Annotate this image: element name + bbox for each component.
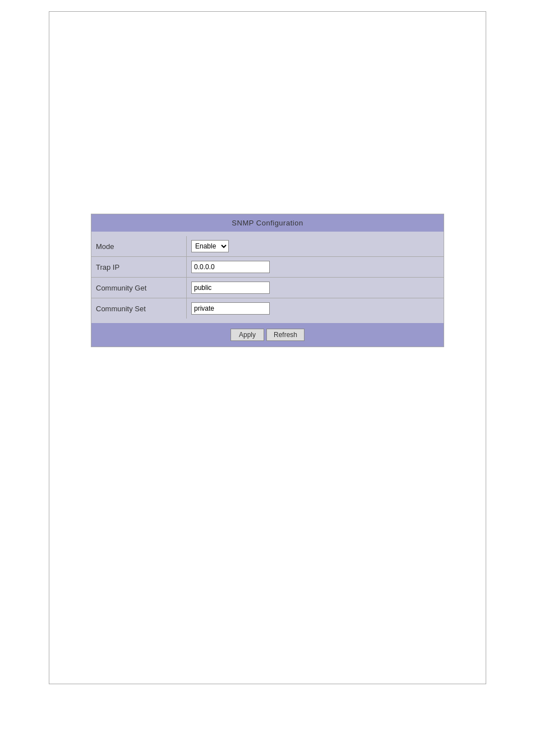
page-wrapper: SNMP Configuration Mode Enable Disable T… — [0, 0, 535, 756]
community-set-row: Community Set — [91, 298, 444, 319]
mode-select[interactable]: Enable Disable — [191, 240, 229, 252]
trap-ip-field — [187, 259, 444, 275]
community-get-label: Community Get — [91, 278, 187, 298]
panel-title: SNMP Configuration — [91, 214, 444, 232]
community-set-label: Community Set — [91, 298, 187, 319]
snmp-form: Mode Enable Disable Trap IP — [91, 232, 444, 323]
refresh-button[interactable]: Refresh — [266, 329, 305, 341]
page-border: SNMP Configuration Mode Enable Disable T… — [49, 11, 486, 684]
trap-ip-input[interactable] — [191, 261, 270, 273]
community-set-field — [187, 300, 444, 317]
mode-label: Mode — [91, 236, 187, 256]
community-get-field — [187, 279, 444, 296]
community-get-input[interactable] — [191, 282, 270, 294]
mode-row: Mode Enable Disable — [91, 236, 444, 257]
mode-field: Enable Disable — [187, 238, 444, 255]
trap-ip-row: Trap IP — [91, 257, 444, 278]
button-row: Apply Refresh — [91, 323, 444, 347]
community-set-input[interactable] — [191, 302, 270, 315]
community-get-row: Community Get — [91, 278, 444, 298]
snmp-panel: SNMP Configuration Mode Enable Disable T… — [91, 214, 444, 347]
trap-ip-label: Trap IP — [91, 257, 187, 277]
apply-button[interactable]: Apply — [230, 329, 264, 341]
